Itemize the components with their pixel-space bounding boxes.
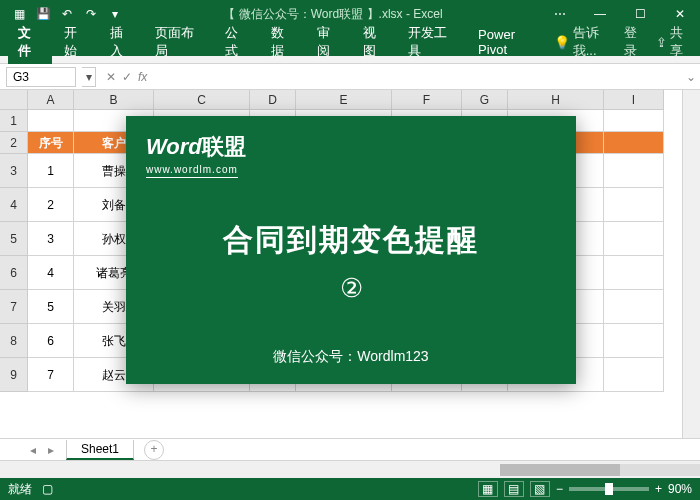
- view-normal-icon[interactable]: ▦: [478, 481, 498, 497]
- ribbon-tabs: 文件 开始 插入 页面布局 公式 数据 审阅 视图 开发工具 Power Piv…: [0, 28, 700, 56]
- share-button[interactable]: ⇪共享: [656, 24, 692, 60]
- cell[interactable]: [604, 110, 664, 132]
- sheet-tab-bar: ◂ ▸ Sheet1 +: [0, 438, 700, 460]
- col-header-E[interactable]: E: [296, 90, 392, 110]
- tab-layout[interactable]: 页面布局: [145, 20, 213, 64]
- column-headers: ABCDEFGHI: [28, 90, 664, 110]
- row-header[interactable]: 5: [0, 222, 28, 256]
- cell[interactable]: 7: [28, 358, 74, 392]
- cell[interactable]: [604, 256, 664, 290]
- row-headers: 123456789: [0, 110, 28, 438]
- zoom-slider[interactable]: [569, 487, 649, 491]
- sheet-nav-next-icon[interactable]: ▸: [48, 443, 54, 457]
- formula-bar: G3 ▾ ✕ ✓ fx ⌄: [0, 64, 700, 90]
- overlay-logo: Word联盟: [146, 132, 556, 162]
- cell[interactable]: [604, 290, 664, 324]
- row-header[interactable]: 9: [0, 358, 28, 392]
- cell[interactable]: [604, 324, 664, 358]
- horizontal-scrollbar[interactable]: [0, 460, 700, 478]
- overlay-footer: 微信公众号：Wordlm123: [146, 348, 556, 366]
- share-icon: ⇪: [656, 35, 667, 50]
- zoom-in-icon[interactable]: +: [655, 482, 662, 496]
- view-page-icon[interactable]: ▤: [504, 481, 524, 497]
- cell[interactable]: 3: [28, 222, 74, 256]
- row-header[interactable]: 7: [0, 290, 28, 324]
- sheet-nav-prev-icon[interactable]: ◂: [30, 443, 36, 457]
- tab-file[interactable]: 文件: [8, 20, 52, 64]
- overlay-card: Word联盟 www.wordlm.com 合同到期变色提醒 ② 微信公众号：W…: [126, 116, 576, 384]
- tab-home[interactable]: 开始: [54, 20, 98, 64]
- accept-formula-icon[interactable]: ✓: [122, 70, 132, 84]
- status-bar: 就绪 ▢ ▦ ▤ ▧ − + 90%: [0, 478, 700, 500]
- row-header[interactable]: 8: [0, 324, 28, 358]
- cell[interactable]: 4: [28, 256, 74, 290]
- add-sheet-button[interactable]: +: [144, 440, 164, 460]
- col-header-B[interactable]: B: [74, 90, 154, 110]
- tab-review[interactable]: 审阅: [307, 20, 351, 64]
- cell[interactable]: [28, 110, 74, 132]
- zoom-out-icon[interactable]: −: [556, 482, 563, 496]
- tab-powerpivot[interactable]: Power Pivot: [468, 23, 552, 61]
- name-box[interactable]: G3: [6, 67, 76, 87]
- cell[interactable]: 序号: [28, 132, 74, 154]
- bulb-icon: 💡: [554, 35, 570, 50]
- zoom-thumb[interactable]: [605, 483, 613, 495]
- cancel-formula-icon[interactable]: ✕: [106, 70, 116, 84]
- col-header-H[interactable]: H: [508, 90, 604, 110]
- tab-data[interactable]: 数据: [261, 20, 305, 64]
- signin-button[interactable]: 登录: [624, 24, 648, 60]
- cell[interactable]: [604, 358, 664, 392]
- macro-record-icon[interactable]: ▢: [42, 482, 53, 496]
- col-header-A[interactable]: A: [28, 90, 74, 110]
- row-header[interactable]: 4: [0, 188, 28, 222]
- vertical-scrollbar[interactable]: [682, 90, 700, 438]
- cell[interactable]: 2: [28, 188, 74, 222]
- row-header[interactable]: 1: [0, 110, 28, 132]
- formula-input[interactable]: [157, 67, 682, 87]
- col-header-I[interactable]: I: [604, 90, 664, 110]
- tab-view[interactable]: 视图: [353, 20, 397, 64]
- col-header-D[interactable]: D: [250, 90, 296, 110]
- cell[interactable]: 5: [28, 290, 74, 324]
- formula-expand-icon[interactable]: ⌄: [682, 70, 700, 84]
- tab-developer[interactable]: 开发工具: [398, 20, 466, 64]
- select-all-corner[interactable]: [0, 90, 28, 110]
- fx-icon[interactable]: fx: [138, 70, 147, 84]
- overlay-number: ②: [146, 273, 556, 304]
- name-box-dropdown-icon[interactable]: ▾: [82, 67, 96, 87]
- cell[interactable]: [604, 132, 664, 154]
- tab-insert[interactable]: 插入: [100, 20, 144, 64]
- status-ready: 就绪: [8, 481, 32, 498]
- cell[interactable]: 6: [28, 324, 74, 358]
- tell-me-button[interactable]: 💡告诉我...: [554, 24, 616, 60]
- overlay-title: 合同到期变色提醒: [146, 220, 556, 261]
- row-header[interactable]: 2: [0, 132, 28, 154]
- cell[interactable]: [604, 222, 664, 256]
- row-header[interactable]: 3: [0, 154, 28, 188]
- tab-formulas[interactable]: 公式: [215, 20, 259, 64]
- col-header-F[interactable]: F: [392, 90, 462, 110]
- col-header-G[interactable]: G: [462, 90, 508, 110]
- cell[interactable]: [604, 154, 664, 188]
- view-break-icon[interactable]: ▧: [530, 481, 550, 497]
- sheet-tab-1[interactable]: Sheet1: [66, 440, 134, 460]
- col-header-C[interactable]: C: [154, 90, 250, 110]
- cell[interactable]: 1: [28, 154, 74, 188]
- cell[interactable]: [604, 188, 664, 222]
- overlay-url: www.wordlm.com: [146, 164, 238, 178]
- zoom-level[interactable]: 90%: [668, 482, 692, 496]
- row-header[interactable]: 6: [0, 256, 28, 290]
